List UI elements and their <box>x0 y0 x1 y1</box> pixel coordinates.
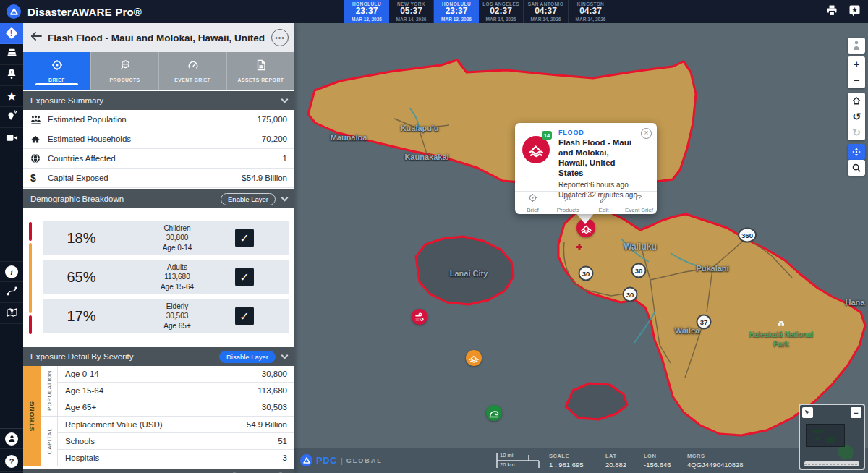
sidebar-item-help[interactable]: ? <box>0 451 23 472</box>
scale-km: 20 km <box>500 461 514 468</box>
elderly-checkbox[interactable]: ✓ <box>235 307 254 325</box>
place-label-hana: Hana <box>846 298 865 307</box>
high-surf-marker[interactable] <box>486 405 502 421</box>
rotate-cw-button[interactable]: ↻ <box>848 124 865 140</box>
checkbox-check-icon: ✓ <box>239 270 249 284</box>
popup-action-products[interactable]: Products <box>550 192 586 214</box>
back-arrow-icon[interactable] <box>29 30 43 45</box>
products-globe-icon <box>563 192 573 205</box>
minimap-arrow-icon[interactable] <box>802 407 813 418</box>
disable-layer-button[interactable]: Disable Layer <box>219 351 276 363</box>
row-label: Hospitals <box>65 453 99 462</box>
sidebar-item-video[interactable] <box>0 128 23 149</box>
popup-reported: Reported:6 hours ago <box>558 180 639 190</box>
map-islands <box>294 23 868 473</box>
row-value: 175,000 <box>257 115 287 124</box>
summary-row-countries: Countries Affected 1 <box>23 149 294 169</box>
row-label: Estimated Households <box>48 135 131 143</box>
location-signal-icon <box>6 110 17 125</box>
flood-warning-marker[interactable] <box>466 350 482 366</box>
group-ages: Age 65+ <box>119 321 235 331</box>
summary-row-capital: $ Capital Exposed $54.9 Billion <box>23 169 294 188</box>
table-row: Age 65+ 30,503 <box>58 399 294 416</box>
help-icon: ? <box>5 455 18 468</box>
disasteraware-logo-icon <box>7 4 21 19</box>
place-label-wailea: Wailea <box>675 326 699 335</box>
enable-layer-button[interactable]: Enable Layer <box>221 193 276 205</box>
clock-san-antonio[interactable]: SAN ANTONIO04:37MAR 14, 2026 <box>524 0 569 23</box>
summary-row-population: Estimated Population 175,000 <box>23 110 294 129</box>
rotate-ccw-button[interactable]: ↺ <box>848 108 865 124</box>
sidebar-item-measure[interactable] <box>0 282 23 303</box>
chevron-down-icon[interactable] <box>281 352 289 359</box>
event-detail-panel: Flash Flood - Maui and Molokai, Hawaii, … <box>23 23 294 473</box>
section-exposure-summary[interactable]: Exposure Summary <box>23 91 294 110</box>
popup-action-brief[interactable]: Brief <box>515 192 550 214</box>
lon-readout: LON -156.646 <box>644 453 671 469</box>
row-label: Countries Affected <box>48 154 116 163</box>
zoom-out-button[interactable]: − <box>848 72 865 88</box>
high-wind-marker[interactable] <box>412 309 427 325</box>
scale-miles: 10 mi <box>500 452 513 459</box>
close-icon[interactable]: × <box>641 128 652 139</box>
road-shield-360: 360 <box>738 228 757 243</box>
magnifier-icon[interactable] <box>848 160 865 176</box>
section-exposure-detail[interactable]: Exposure Detail By Severity Disable Laye… <box>23 347 294 366</box>
sidebar-item-favorites[interactable]: ★ <box>0 86 23 107</box>
popup-action-event-brief[interactable]: Event Brief <box>621 192 657 214</box>
pan-control[interactable] <box>848 144 865 160</box>
clock-honolulu[interactable]: HONOLULU23:37MAR 13, 2026 <box>344 0 389 23</box>
bookmark-star-icon[interactable]: ★ <box>848 4 861 20</box>
mgrs-readout: MGRS 4QGJ4490410828 <box>687 453 744 469</box>
clock-kingston[interactable]: KINGSTON04:37MAR 14, 2026 <box>569 0 613 23</box>
pan-arrows-icon[interactable] <box>848 144 865 160</box>
nav-control-group[interactable]: ↺ ↻ <box>848 93 865 140</box>
row-label: Estimated Population <box>48 115 127 124</box>
row-value: 1 <box>283 154 287 163</box>
minimap-extent-box[interactable] <box>806 424 845 447</box>
sidebar-item-layers[interactable] <box>0 44 23 65</box>
children-checkbox[interactable]: ✓ <box>235 229 254 247</box>
pdc-global-logo: PDC | GLOBAL <box>300 454 383 466</box>
section-title: Demographic Breakdown <box>30 195 124 203</box>
tab-products[interactable]: PRODUCTS <box>90 52 158 90</box>
sidebar-item-hazards[interactable]: ! <box>0 23 23 44</box>
clock-los-angeles[interactable]: LOS ANGELES02:37MAR 14, 2026 <box>479 0 524 23</box>
map-canvas[interactable]: Maunaloa Kualapu'u Kaunakakai Lanai City… <box>294 23 868 473</box>
tab-event-brief[interactable]: EVENT BRIEF <box>158 52 226 90</box>
road-shield-30: 30 <box>623 287 638 302</box>
alert-bell-icon: ! <box>6 68 17 82</box>
minimap-collapse-button[interactable]: − <box>851 407 861 418</box>
zoom-box-control[interactable] <box>848 160 865 176</box>
brief-target-icon <box>51 59 63 74</box>
sidebar-item-info[interactable]: i <box>0 261 23 282</box>
print-icon[interactable] <box>825 4 838 20</box>
event-title: Flash Flood - Maui and Molokai, Hawaii, … <box>48 33 267 43</box>
overview-minimap[interactable]: − <box>799 404 865 470</box>
sidebar-item-account[interactable] <box>0 428 23 449</box>
row-label: Age 0-14 <box>65 370 99 378</box>
group-name: Children <box>119 223 235 234</box>
streetview-control[interactable] <box>848 38 865 54</box>
streetview-person-icon[interactable] <box>848 38 865 54</box>
zoom-in-button[interactable]: + <box>848 56 865 72</box>
home-button[interactable] <box>848 93 865 108</box>
table-row: Replacement Value (USD) 54.9 Billion <box>58 417 294 433</box>
tab-brief[interactable]: BRIEF <box>23 52 90 90</box>
logo-divider: | <box>341 456 343 465</box>
popup-action-label: Products <box>557 207 580 213</box>
clock-new-york[interactable]: NEW YORK05:37MAR 14, 2026 <box>389 0 434 23</box>
adults-checkbox[interactable]: ✓ <box>235 268 254 286</box>
popup-action-edit[interactable]: Edit <box>586 192 621 214</box>
more-options-icon[interactable]: ••• <box>271 29 289 46</box>
sidebar-item-alerts[interactable]: ! <box>0 65 23 86</box>
sidebar-item-location[interactable] <box>0 107 23 128</box>
chevron-down-icon[interactable] <box>281 96 289 103</box>
zoom-control-group[interactable]: + − <box>848 56 865 88</box>
products-globe-icon <box>119 59 131 74</box>
sidebar-item-map-pin[interactable] <box>0 303 23 324</box>
clock-honolulu-2[interactable]: HONOLULU23:37MAR 13, 2026 <box>434 0 479 23</box>
chevron-down-icon[interactable] <box>281 195 289 202</box>
tab-assets-report[interactable]: ASSETS REPORT <box>226 52 294 90</box>
section-demographic-breakdown[interactable]: Demographic Breakdown Enable Layer <box>23 189 294 208</box>
